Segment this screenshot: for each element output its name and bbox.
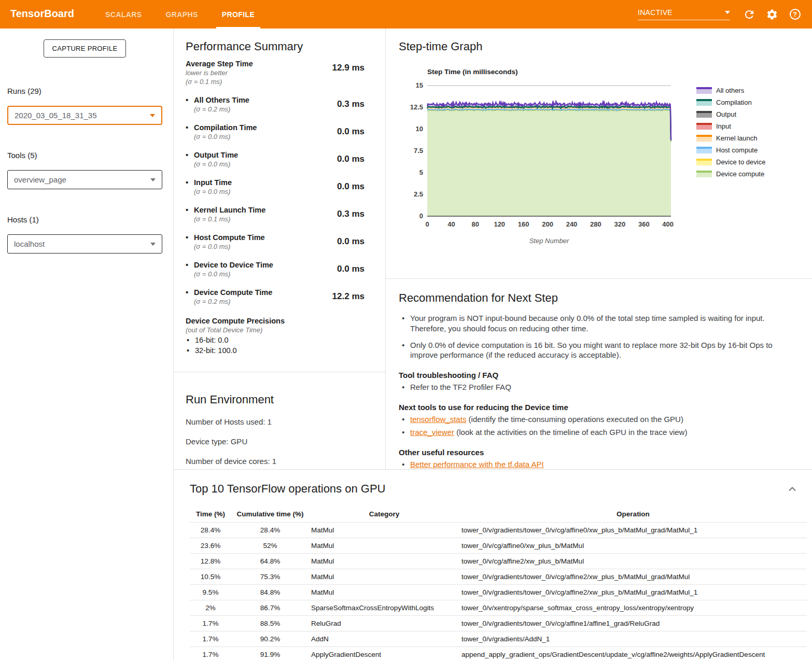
svg-text:12.5: 12.5 <box>410 103 423 111</box>
metric-row: •Device to Device Time(σ = 0.0 ms)0.0 ms <box>186 261 365 278</box>
svg-text:360: 360 <box>638 220 650 228</box>
legend-item: All others <box>696 87 765 94</box>
svg-text:0: 0 <box>425 220 429 228</box>
metric-row: •Host Compute Time(σ = 0.0 ms)0.0 ms <box>186 233 365 250</box>
legend-label: Kernel launch <box>716 134 758 142</box>
metric-row: •Compilation Time(σ = 0.0 ms)0.0 ms <box>186 123 365 140</box>
legend-swatch-icon <box>696 99 712 106</box>
resource-link[interactable]: Better performance with the tf.data API <box>410 460 544 469</box>
table-row: 1.7%91.9%ApplyGradientDescentappend_appl… <box>190 647 807 661</box>
category-cell: MatMul <box>309 585 459 600</box>
metric-subtext: lower is better <box>186 69 253 77</box>
run-env-line: Device type: GPU <box>186 437 385 446</box>
tools-select[interactable]: overview_page <box>7 170 162 189</box>
recommendation-group: Tool troubleshooting / FAQRefer to the T… <box>399 371 791 392</box>
gear-icon[interactable] <box>764 7 780 22</box>
recommendation-bullet: Only 0.0% of device computation is 16 bi… <box>399 340 791 361</box>
metric-label: •Host Compute Time(σ = 0.0 ms) <box>186 233 265 250</box>
svg-text:120: 120 <box>494 220 505 228</box>
category-cell: MatMul <box>309 569 459 585</box>
metric-value: 0.0 ms <box>337 236 365 250</box>
top-ops-section: Top 10 TensorFlow operations on GPU Time… <box>174 469 812 661</box>
svg-text:200: 200 <box>542 220 553 228</box>
category-cell: AddN <box>309 631 459 647</box>
cumulative-cell: 86.7% <box>231 600 309 616</box>
operation-cell: tower_0/v/gradients/tower_0/v/cg/affine0… <box>459 523 807 538</box>
column-header: Cumulative time (%) <box>231 507 309 523</box>
table-row: 9.5%84.8%MatMultower_0/v/gradients/tower… <box>190 585 807 600</box>
svg-text:280: 280 <box>590 220 601 228</box>
metric-sigma: (σ = 0.0 ms) <box>186 270 273 278</box>
metric-row: •Input Time(σ = 0.0 ms)0.0 ms <box>186 178 365 195</box>
resource-link[interactable]: tensorflow_stats <box>410 415 466 424</box>
refresh-icon[interactable] <box>741 7 757 22</box>
metric-value: 0.0 ms <box>337 126 365 140</box>
legend-swatch-icon <box>696 147 712 153</box>
metric-name: •Host Compute Time <box>186 233 265 242</box>
metric-value: 0.0 ms <box>337 264 365 278</box>
operation-cell: tower_0/v/gradients/tower_0/v/cg/affine2… <box>459 569 807 585</box>
tab-profile[interactable]: PROFILE <box>210 0 267 29</box>
metric-value: 0.0 ms <box>337 181 365 195</box>
performance-summary-section: Performance Summary Average Step Timelow… <box>174 29 385 372</box>
operation-cell: tower_0/v/gradients/AddN_1 <box>459 631 807 647</box>
table-row: 23.6%52%MatMultower_0/v/cg/affine0/xw_pl… <box>190 538 807 554</box>
table-row: 1.7%88.5%ReluGradtower_0/v/gradients/tow… <box>190 616 807 631</box>
step-time-graph-title: Step-time Graph <box>399 40 812 53</box>
precisions-subheading: (out of Total Device Time) <box>186 326 365 334</box>
svg-text:0: 0 <box>419 212 423 220</box>
time-cell: 23.6% <box>190 538 231 554</box>
app-bar: TensorBoard SCALARSGRAPHSPROFILE INACTIV… <box>0 0 812 29</box>
group-item: Refer to the TF2 Profiler FAQ <box>399 382 791 392</box>
top-nav-tabs: SCALARSGRAPHSPROFILE <box>93 0 267 29</box>
metric-name: •Output Time <box>186 151 238 159</box>
resource-link[interactable]: trace_viewer <box>410 428 454 437</box>
legend-label: Input <box>716 122 731 130</box>
recommendation-group: Other useful resourcesBetter performance… <box>399 448 791 470</box>
legend-swatch-icon <box>696 171 712 177</box>
cumulative-cell: 90.2% <box>231 631 309 647</box>
legend-label: All others <box>716 87 744 94</box>
metric-sigma: (σ = 0.0 ms) <box>186 243 265 250</box>
operation-cell: tower_0/v/cg/affine0/xw_plus_b/MatMul <box>459 538 807 554</box>
precisions-items: 16-bit: 0.032-bit: 100.0 <box>186 336 365 355</box>
operation-cell: tower_0/v/gradients/tower_0/v/cg/affine2… <box>459 585 807 600</box>
operation-cell: tower_0/v/cg/affine2/xw_plus_b/MatMul <box>459 554 807 569</box>
group-heading: Other useful resources <box>399 448 791 457</box>
runs-select[interactable]: 2020_03_05_18_31_35 <box>7 106 162 125</box>
metric-label: •Kernel Launch Time(σ = 0.1 ms) <box>186 206 265 223</box>
svg-text:7.5: 7.5 <box>414 147 423 154</box>
capture-profile-button[interactable]: CAPTURE PROFILE <box>44 39 127 58</box>
hosts-select[interactable]: localhost <box>7 234 162 254</box>
legend-label: Output <box>716 110 736 118</box>
legend-label: Device compute <box>716 170 764 178</box>
time-cell: 28.4% <box>190 523 231 538</box>
svg-text:Step Time (in milliseconds): Step Time (in milliseconds) <box>427 68 518 76</box>
chart-legend: All othersCompilationOutputInputKernel l… <box>696 87 765 251</box>
chevron-up-icon[interactable] <box>788 484 796 494</box>
status-dropdown[interactable]: INACTIVE <box>638 8 730 20</box>
cumulative-cell: 52% <box>231 538 309 554</box>
tools-select-value: overview_page <box>14 175 150 184</box>
metrics-list: Average Step Timelower is better(σ = 0.1… <box>186 60 365 305</box>
legend-item: Device to device <box>696 158 765 166</box>
tab-scalars[interactable]: SCALARS <box>93 0 153 29</box>
device-compute-precisions: Device Compute Precisions (out of Total … <box>186 317 365 355</box>
time-cell: 10.5% <box>190 569 231 585</box>
metric-row: Average Step Timelower is better(σ = 0.1… <box>186 60 365 86</box>
tab-graphs[interactable]: GRAPHS <box>153 0 209 29</box>
table-row: 28.4%28.4%MatMultower_0/v/gradients/towe… <box>190 523 807 538</box>
svg-text:15: 15 <box>416 81 423 89</box>
sidebar: CAPTURE PROFILE Runs (29) 2020_03_05_18_… <box>0 29 174 661</box>
help-icon[interactable]: ? <box>787 7 803 22</box>
run-env-line: Number of Hosts used: 1 <box>186 417 385 426</box>
metric-name: •Input Time <box>186 178 232 187</box>
legend-swatch-icon <box>696 135 712 142</box>
metric-value: 12.2 ms <box>332 291 365 305</box>
time-cell: 9.5% <box>190 585 231 600</box>
recommendation-section: Recommendation for Next Step Your progra… <box>386 279 812 469</box>
metric-row: •All Others Time(σ = 0.2 ms)0.3 ms <box>186 96 365 113</box>
run-environment-title: Run Environment <box>186 393 385 406</box>
caret-down-icon <box>725 11 730 14</box>
category-cell: SparseSoftmaxCrossEntropyWithLogits <box>309 600 459 616</box>
